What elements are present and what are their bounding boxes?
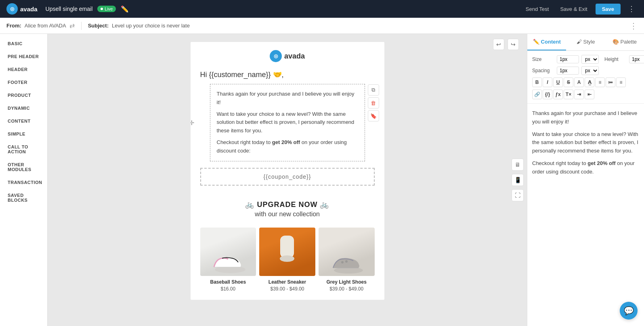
- sidebar-item-other-modules[interactable]: OTHER MODULES: [0, 158, 47, 176]
- sidebar-item-dynamic[interactable]: DYNAMIC: [0, 102, 47, 115]
- more-icon[interactable]: ⋮: [625, 3, 638, 15]
- tab-content[interactable]: ✏️ Content: [527, 34, 566, 50]
- height-input[interactable]: [629, 55, 644, 63]
- edit-icon[interactable]: ✏️: [121, 5, 129, 13]
- send-test-button[interactable]: Send Test: [522, 4, 552, 14]
- panel-text-line3-pre: Checkout right today to: [532, 160, 587, 166]
- logo-text: avada: [20, 6, 38, 13]
- ordered-list-button[interactable]: ≔: [606, 77, 615, 87]
- tab-style[interactable]: 🖌 Style: [566, 34, 605, 50]
- upgrade-title: 🚲 UPGRADE NOW 🚲: [200, 200, 375, 209]
- content-tab-icon: ✏️: [533, 39, 539, 45]
- style-tab-label: Style: [583, 39, 595, 45]
- block-move-icon[interactable]: ✛: [191, 119, 194, 126]
- tab-palette[interactable]: 🎨 Palette: [605, 34, 644, 50]
- page-title: Upsell single email: [46, 6, 93, 12]
- function-button[interactable]: ƒx: [553, 90, 563, 99]
- right-panel-content: Thanks again for your purchase and I bel…: [527, 104, 644, 326]
- email-preview: ◎ avada Hi {{customer_name}} 🤝, ✛ Thanks…: [191, 42, 384, 300]
- text-line3-pre: Checkout right today to: [217, 139, 272, 145]
- product-price-2: $39.00 - $49.00: [259, 286, 315, 292]
- sidebar-item-transaction[interactable]: TRANSACTION: [0, 176, 47, 189]
- save-exit-button[interactable]: Save & Exit: [557, 4, 590, 14]
- product-image-3: [319, 228, 375, 276]
- email-text-block[interactable]: Thanks again for your purchase and I bel…: [210, 84, 365, 161]
- right-panel: ✏️ Content 🖌 Style 🎨 Palette Size px Hei…: [527, 34, 644, 326]
- email-logo-icon: ◎: [270, 50, 282, 62]
- left-sidebar: BASIC PRE HEADER HEADER FOOTER PRODUCT D…: [0, 34, 48, 326]
- panel-text-line1: Thanks again for your purchase and I bel…: [532, 109, 639, 126]
- swap-icon[interactable]: ⇄: [69, 22, 75, 29]
- sidebar-item-header[interactable]: HEADER: [0, 63, 47, 76]
- spacing-label: Spacing: [532, 68, 554, 73]
- fullscreen-button[interactable]: ⛶: [512, 189, 524, 201]
- subbar-more-icon[interactable]: ⋮: [629, 21, 638, 31]
- product-price-1: $16.00: [200, 286, 256, 292]
- subbar: From: Alice from AVADA ⇄ Subject: Level …: [0, 18, 644, 34]
- panel-text-line2: Want to take your choice to a new level?…: [532, 130, 639, 155]
- email-logo-text: avada: [284, 52, 305, 61]
- font-background-button[interactable]: A̲: [585, 77, 594, 87]
- indent-button[interactable]: ⇥: [574, 90, 584, 99]
- separator: [81, 22, 82, 30]
- size-input[interactable]: [557, 55, 579, 63]
- spacing-input[interactable]: [557, 67, 579, 75]
- sidebar-item-footer[interactable]: FOOTER: [0, 76, 47, 89]
- subject-label: Subject:: [88, 23, 109, 29]
- logo: ◎ avada: [6, 3, 38, 15]
- mobile-view-button[interactable]: 📱: [512, 174, 524, 186]
- save-block-button[interactable]: 🔖: [368, 110, 379, 121]
- sidebar-item-pre-header[interactable]: PRE HEADER: [0, 50, 47, 63]
- toolbar-formatting-row1: B I U S A A̲ ≡ ≔ ≡: [532, 77, 639, 87]
- delete-block-button[interactable]: 🗑: [368, 97, 379, 109]
- spacing-unit-select[interactable]: px: [581, 66, 599, 75]
- italic-button[interactable]: I: [543, 77, 552, 87]
- size-unit-select[interactable]: px: [581, 55, 599, 64]
- sidebar-item-saved-blocks[interactable]: SAVED BLOCKS: [0, 189, 47, 207]
- live-dot: [101, 8, 103, 10]
- sidebar-item-basic[interactable]: BASIC: [0, 37, 47, 50]
- block-actions: ⧉ 🗑 🔖: [368, 84, 379, 121]
- chat-bubble[interactable]: 💬: [620, 302, 638, 320]
- style-tab-icon: 🖌: [577, 39, 582, 45]
- sidebar-item-simple[interactable]: SIMPLE: [0, 127, 47, 140]
- product-image-2: [259, 228, 315, 276]
- strikethrough-button[interactable]: S: [564, 77, 573, 87]
- sidebar-item-product[interactable]: PRODUCT: [0, 89, 47, 102]
- toolbar-row-spacing: Spacing px: [532, 66, 639, 75]
- bold-button[interactable]: B: [532, 77, 542, 87]
- right-panel-toolbar: Size px Height px Spacing px B: [527, 51, 644, 104]
- font-color-button[interactable]: A: [574, 77, 584, 87]
- underline-button[interactable]: U: [553, 77, 563, 87]
- undo-button[interactable]: ↩: [493, 39, 504, 50]
- center-canvas[interactable]: ↩ ↪ ◎ avada Hi {{customer_name}} 🤝, ✛ Th…: [48, 34, 527, 326]
- shoe-svg-2: [273, 234, 301, 270]
- size-label: Size: [532, 56, 554, 62]
- palette-tab-icon: 🎨: [613, 39, 619, 45]
- product-name-3: Grey Light Shoes: [319, 279, 375, 285]
- right-panel-tabs: ✏️ Content 🖌 Style 🎨 Palette: [527, 34, 644, 51]
- palette-tab-label: Palette: [621, 39, 637, 45]
- email-logo: ◎ avada: [270, 50, 305, 62]
- clear-format-button[interactable]: T×: [564, 90, 573, 99]
- align-left-button[interactable]: ≡: [595, 77, 605, 87]
- svg-point-3: [280, 255, 294, 262]
- code-button[interactable]: {/}: [543, 90, 552, 99]
- product-price-3: $39.00 - $49.00: [319, 286, 375, 292]
- logo-icon: ◎: [6, 3, 18, 15]
- live-badge: Live: [97, 6, 116, 12]
- panel-text-line3: Checkout right today to get 20% off on y…: [532, 159, 639, 176]
- live-badge-label: Live: [105, 6, 113, 11]
- sidebar-item-call-to-action[interactable]: CALL TO ACTION: [0, 140, 47, 158]
- link-button[interactable]: 🔗: [532, 90, 542, 99]
- save-button[interactable]: Save: [596, 4, 621, 15]
- from-label: From:: [6, 23, 21, 29]
- main-layout: BASIC PRE HEADER HEADER FOOTER PRODUCT D…: [0, 34, 644, 326]
- copy-block-button[interactable]: ⧉: [368, 84, 379, 96]
- unordered-list-button[interactable]: ≡: [616, 77, 626, 87]
- desktop-view-button[interactable]: 🖥: [512, 159, 524, 171]
- sidebar-item-content[interactable]: CONTENT: [0, 115, 47, 127]
- products-grid: Baseball Shoes $16.00 Leather Sneaker $3…: [191, 223, 384, 300]
- outdent-button[interactable]: ⇤: [585, 90, 594, 99]
- redo-button[interactable]: ↪: [508, 39, 519, 50]
